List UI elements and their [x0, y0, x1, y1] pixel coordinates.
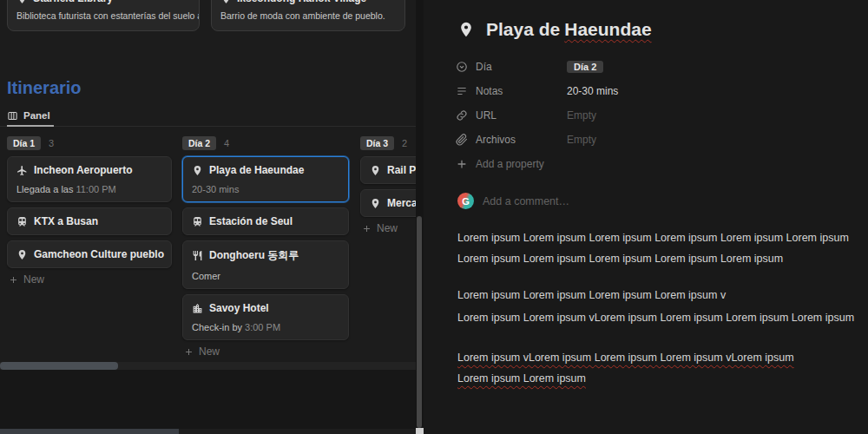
airplane-icon	[16, 165, 28, 176]
text-block[interactable]: Lorem ipsum Lorem ipsum vLorem ipsum Lor…	[457, 307, 862, 328]
plus-icon	[456, 158, 468, 170]
card-subtitle: 20-30 mins	[192, 184, 339, 194]
section-heading-itinerario: Itinerario	[7, 78, 82, 98]
link-icon	[456, 109, 468, 122]
property-row-archivos: Archivos Empty	[456, 128, 838, 152]
paperclip-icon	[456, 134, 468, 146]
text-block-misspelled[interactable]: Lorem ipsum Lorem ipsum	[457, 368, 862, 389]
gallery-card-description: Barrio de moda con ambiente de pueblo.	[220, 10, 396, 21]
property-label[interactable]: Día	[456, 61, 567, 73]
restaurant-icon	[192, 250, 203, 261]
text-block[interactable]: Lorem ipsum Lorem ipsum Lorem ipsum Lore…	[457, 285, 862, 306]
column-badge[interactable]: Día 1	[7, 136, 41, 150]
board-card-ktx[interactable]: KTX a Busan	[7, 207, 172, 235]
property-value[interactable]: 20-30 mins	[567, 85, 618, 97]
gallery-card-starfield[interactable]: Starfield Library Biblioteca futurista c…	[7, 0, 200, 31]
column-count: 4	[224, 138, 229, 148]
board-card-savoy-hotel[interactable]: Savoy Hotel Check-in by3:00 PM	[182, 294, 349, 340]
property-value-empty[interactable]: Empty	[567, 109, 596, 122]
add-card-button[interactable]: New	[7, 273, 172, 286]
scrollbar-corner	[416, 428, 424, 434]
gallery-card-hanok[interactable]: Ikseondong Hanok Village Barrio de moda …	[211, 0, 405, 31]
column-badge[interactable]: Día 3	[360, 136, 394, 150]
add-card-button[interactable]: New	[182, 345, 349, 358]
misspelled-word: Haeundae	[564, 19, 651, 39]
pin-icon	[370, 198, 381, 209]
board-horizontal-scrollbar[interactable]	[0, 362, 416, 370]
board-view-icon	[7, 110, 18, 122]
page-body: Lorem ipsum Lorem ipsum Lorem ipsum Lore…	[457, 227, 862, 389]
page-detail-pane: Playa deHaeundae Día Día 2 Notas 20-30 m…	[424, 0, 868, 434]
comment-input[interactable]: G Add a comment…	[457, 193, 569, 209]
scrollbar-thumb[interactable]	[0, 362, 118, 370]
board-card-rail-park[interactable]: Rail Park	[360, 156, 416, 184]
add-property-button[interactable]: Add a property	[456, 152, 838, 176]
board-card-gamcheon[interactable]: Gamcheon Culture pueblo	[7, 240, 172, 268]
plus-icon	[362, 224, 372, 233]
board-column-dia3: Día 3 2 Rail Park Mercado New	[360, 136, 416, 234]
text-lines-icon	[456, 85, 468, 97]
select-icon	[456, 61, 468, 73]
board-column-dia1: Día 1 3 Incheon Aeropuerto Llegada a las…	[7, 136, 172, 286]
pin-icon	[16, 0, 28, 4]
page-title-row: Playa deHaeundae	[457, 19, 652, 40]
plus-icon	[184, 347, 194, 357]
text-block[interactable]: Lorem ipsum Lorem ipsum Lorem ipsum Lore…	[457, 227, 862, 269]
vertical-scrollbar[interactable]	[416, 0, 424, 434]
property-label[interactable]: Archivos	[456, 134, 567, 146]
gallery-card-title: Ikseondong Hanok Village	[237, 0, 366, 4]
scrollbar-thumb[interactable]	[0, 429, 179, 434]
add-card-button[interactable]: New	[360, 222, 416, 234]
property-label[interactable]: Notas	[456, 85, 567, 97]
plus-icon	[9, 275, 18, 285]
train-icon	[16, 216, 28, 227]
card-subtitle: Check-in by3:00 PM	[192, 322, 339, 332]
property-row-url: URL Empty	[456, 103, 838, 128]
property-value-empty[interactable]: Empty	[567, 134, 596, 146]
tab-label: Panel	[23, 110, 50, 121]
hotel-icon	[192, 303, 203, 314]
card-subtitle: Comer	[192, 271, 339, 281]
property-row-notas: Notas 20-30 mins	[456, 79, 838, 103]
pin-icon[interactable]	[457, 20, 475, 39]
pin-icon	[16, 249, 28, 260]
column-count: 2	[402, 138, 407, 148]
pin-icon	[370, 165, 381, 176]
text-block-misspelled[interactable]: Lorem ipsum vLorem ipsum Lorem ipsum Lor…	[457, 347, 862, 368]
card-subtitle: Llegada a las11:00 PM	[16, 184, 162, 194]
gallery-card-description: Biblioteca futurista con estanterías del…	[16, 10, 190, 21]
page-horizontal-scrollbar[interactable]	[0, 429, 416, 434]
board-card-mercado[interactable]: Mercado	[360, 189, 416, 217]
page-title[interactable]: Playa deHaeundae	[486, 19, 652, 40]
document-pane: Starfield Library Biblioteca futurista c…	[0, 0, 416, 434]
board-card-incheon[interactable]: Incheon Aeropuerto Llegada a las11:00 PM	[7, 156, 172, 202]
user-avatar: G	[457, 193, 474, 209]
board-card-estacion-seul[interactable]: Estación de Seul	[182, 207, 349, 235]
property-row-dia: Día Día 2	[456, 55, 838, 79]
comment-placeholder: Add a comment…	[483, 195, 569, 207]
scrollbar-thumb[interactable]	[417, 216, 422, 428]
column-count: 3	[49, 138, 54, 148]
properties-panel: Día Día 2 Notas 20-30 mins URL Empty	[456, 55, 838, 176]
notion-app-window: Starfield Library Biblioteca futurista c…	[0, 0, 868, 434]
column-badge[interactable]: Día 2	[182, 136, 216, 150]
view-tabbar: Panel	[0, 105, 416, 127]
train-icon	[192, 216, 203, 227]
pin-icon	[220, 0, 232, 4]
property-value-badge[interactable]: Día 2	[567, 61, 603, 73]
board-card-donghoeru[interactable]: Donghoeru 동회루 Comer	[182, 240, 349, 289]
property-label[interactable]: URL	[456, 109, 567, 122]
board-card-haeundae-selected[interactable]: Playa de Haeundae 20-30 mins	[182, 156, 349, 202]
pin-icon	[192, 165, 203, 176]
board-column-dia2: Día 2 4 Playa de Haeundae 20-30 mins Est…	[182, 136, 349, 358]
gallery-card-title: Starfield Library	[33, 0, 113, 4]
tab-panel[interactable]: Panel	[7, 106, 54, 127]
board-bottom-area	[0, 370, 416, 434]
